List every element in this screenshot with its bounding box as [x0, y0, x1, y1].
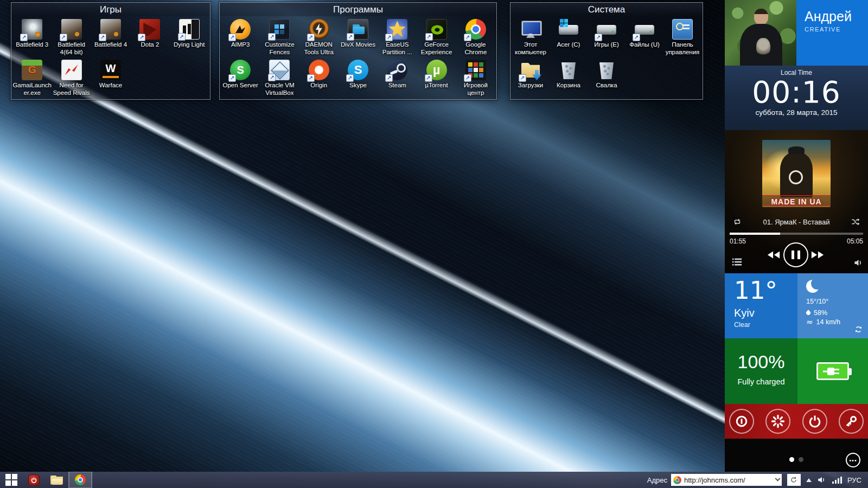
- taskbar-power-app-button[interactable]: [23, 472, 45, 488]
- icon-label: GamaiLauncher.exe: [12, 82, 52, 97]
- desktop-icon-aimp-0[interactable]: ↗AIMP3: [221, 18, 260, 59]
- desktop-icon-utorrent-12[interactable]: µ↗µTorrent: [417, 59, 456, 99]
- start-button[interactable]: [0, 472, 23, 488]
- battery-status-tile[interactable]: 100% Fully charged: [725, 338, 797, 404]
- shuffle-icon[interactable]: [851, 217, 860, 227]
- weather-current-tile[interactable]: 11° Kyiv Clear: [725, 273, 797, 338]
- next-track-icon[interactable]: [810, 250, 825, 260]
- shutdown-button[interactable]: [802, 409, 827, 434]
- tray-expand-icon[interactable]: [806, 478, 812, 482]
- shortcut-arrow-icon: ↗: [228, 34, 236, 41]
- restart-button[interactable]: [765, 409, 790, 434]
- chrome-icon: [75, 474, 86, 485]
- weather-details-tile[interactable]: 15°/10° 58% ≈ 14 km/h: [797, 273, 868, 338]
- desktop-icon-geforce-5[interactable]: ↗GeForce Experience: [417, 18, 456, 59]
- desktop-icon-computer-0[interactable]: Этот компьютер: [512, 18, 550, 59]
- desktop-icon-dyinglight-4[interactable]: ↗Dying Light: [170, 18, 209, 59]
- weather-refresh-icon[interactable]: [854, 325, 863, 334]
- previous-track-icon[interactable]: [767, 250, 781, 260]
- taskbar-left: [0, 472, 92, 488]
- desktop-icon-chrome-6[interactable]: ↗Google Chrome: [456, 18, 495, 59]
- vbox-icon: ↗: [269, 60, 290, 80]
- nfs-icon: [61, 60, 82, 80]
- weather-humidity: 58%: [814, 309, 827, 317]
- icon-label: Acer (C): [557, 41, 580, 49]
- shortcut-arrow-icon: ↗: [228, 74, 236, 82]
- desktop-icon-gamai-5[interactable]: GGamaiLauncher.exe: [12, 59, 52, 99]
- seek-bar[interactable]: [730, 233, 863, 235]
- shortcut-arrow-icon: ↗: [307, 34, 315, 41]
- desktop-icon-warface-7[interactable]: WWarface: [91, 59, 130, 99]
- album-art[interactable]: MADE IN UA: [762, 140, 831, 207]
- language-indicator[interactable]: РУС: [847, 476, 861, 484]
- desktop-icon-openserver-7[interactable]: S↗Open Server: [221, 59, 260, 99]
- chrome-taskbar-button[interactable]: [68, 472, 92, 488]
- desktop-icon-vbox-8[interactable]: ↗Oracle VM VirtualBox: [260, 59, 299, 99]
- volume-icon[interactable]: [853, 258, 864, 267]
- desktop-icon-downloads-5[interactable]: ↗Загрузки: [512, 59, 550, 99]
- desktop-icon-fencesapp-1[interactable]: ↗Customize Fences: [260, 18, 299, 59]
- address-go-refresh-button[interactable]: [787, 474, 801, 486]
- icon-glyph: W: [100, 60, 121, 80]
- desktop-icon-steam-11[interactable]: ↗Steam: [378, 59, 417, 99]
- time-elapsed: 01:55: [730, 237, 746, 245]
- logoff-key-button[interactable]: [839, 409, 864, 434]
- fence-title-programs[interactable]: Программы: [220, 3, 496, 16]
- desktop-icon-daemon-2[interactable]: ↗DAEMON Tools Ultra: [299, 18, 339, 59]
- desktop-icon-cpanel-4[interactable]: Панель управления: [663, 18, 701, 59]
- shortcut-arrow-icon: ↗: [464, 74, 471, 82]
- desktop-icon-bf4-2[interactable]: ↗Battlefield 4: [91, 18, 130, 59]
- tray-volume-icon[interactable]: [817, 476, 827, 484]
- desktop-icon-easeus-4[interactable]: ↗EaseUS Partition ...: [378, 18, 417, 59]
- shortcut-arrow-icon: ↗: [268, 74, 276, 81]
- profile-name: Андрей: [805, 9, 868, 24]
- downloads-icon: ↗: [520, 60, 541, 80]
- geforce-icon: ↗: [426, 19, 447, 40]
- icon-label: Customize Fences: [260, 41, 299, 56]
- profile-photo[interactable]: [725, 0, 796, 66]
- desktop-icon-nfs-6[interactable]: Need for Speed Rivals: [52, 59, 91, 99]
- desktop-icon-divx-3[interactable]: ↗DivX Movies: [339, 18, 378, 59]
- fence-grid-games: ↗Battlefield 3↗Battlefield 4(64 bit)↗Bat…: [11, 16, 210, 99]
- icon-label: Dying Light: [174, 41, 205, 49]
- shortcut-arrow-icon: ↗: [425, 33, 433, 41]
- desktop-icon-recycle-6[interactable]: Корзина: [550, 59, 588, 99]
- desktop-icon-drive-2[interactable]: ↗Игры (E): [588, 18, 626, 59]
- repeat-icon[interactable]: [732, 217, 742, 227]
- profile-tile[interactable]: Андрей CREATIVE: [796, 0, 868, 66]
- battery-status: Fully charged: [725, 377, 797, 386]
- pause-button[interactable]: [783, 242, 808, 267]
- address-dropdown-icon[interactable]: [775, 476, 781, 481]
- icon-label: Загрузки: [518, 82, 543, 89]
- file-explorer-button[interactable]: [45, 472, 68, 488]
- playlist-icon[interactable]: [732, 258, 742, 267]
- album-art-caption: MADE IN UA: [762, 195, 831, 206]
- battery-icon-tile[interactable]: [797, 338, 868, 404]
- desktop-icon-drivewin-1[interactable]: Acer (C): [550, 18, 588, 59]
- cpanel-icon: [672, 19, 693, 40]
- desktop-icon-skype-10[interactable]: S↗Skype: [339, 59, 378, 99]
- address-input[interactable]: http://johncms.com/: [671, 474, 782, 486]
- desktop-icon-rubik-13[interactable]: ↗Игровой центр: [456, 59, 495, 99]
- fence-title-games[interactable]: Игры: [11, 3, 210, 16]
- icon-label: Корзина: [557, 82, 580, 89]
- page-dot[interactable]: [799, 457, 803, 462]
- desktop-icon-drive-3[interactable]: ↗Файлы (U): [626, 18, 663, 59]
- desktop-icon-recycle-7[interactable]: Свалка: [588, 59, 626, 99]
- desktop-icon-origin-9[interactable]: ↗Origin: [299, 59, 339, 99]
- more-options-button[interactable]: •••: [846, 453, 860, 467]
- page-dot-active[interactable]: [789, 457, 794, 462]
- shortcut-arrow-icon: ↗: [178, 33, 186, 41]
- fence-title-system[interactable]: Система: [510, 3, 703, 16]
- icon-label: Этот компьютер: [512, 41, 550, 56]
- desktop-icon-bf3-0[interactable]: ↗Battlefield 3: [12, 18, 52, 59]
- tray-network-icon[interactable]: [832, 476, 842, 484]
- clock-widget[interactable]: Local Time 00:16 суббота, 28 марта, 2015: [725, 66, 868, 130]
- desktop-icon-bf4-1[interactable]: ↗Battlefield 4(64 bit): [52, 18, 91, 59]
- windows-logo-icon: [5, 474, 17, 486]
- icon-label: GeForce Experience: [417, 41, 456, 56]
- desktop-icon-dota2-3[interactable]: ↗Dota 2: [130, 18, 169, 59]
- taskbar: Адрес http://johncms.com/ РУС: [0, 472, 868, 488]
- hibernate-button[interactable]: [729, 409, 754, 434]
- wind-icon: ≈: [806, 319, 813, 325]
